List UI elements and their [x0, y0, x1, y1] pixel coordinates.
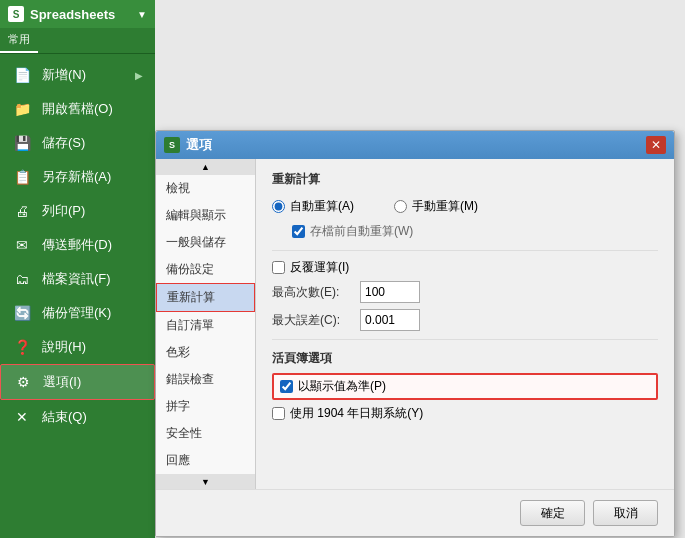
sidebar-item-saveas[interactable]: 📋 另存新檔(A): [0, 160, 155, 194]
sidebar-item-options[interactable]: ⚙ 選項(I): [0, 364, 155, 400]
save-auto-recalc-label: 存檔前自動重算(W): [310, 223, 413, 240]
sidebar-item-save[interactable]: 💾 儲存(S): [0, 126, 155, 160]
help-icon: ❓: [12, 337, 32, 357]
options-icon: ⚙: [13, 372, 33, 392]
dialog-title: 選項: [186, 136, 212, 154]
sidebar-item-open[interactable]: 📁 開啟舊檔(O): [0, 92, 155, 126]
sidebar-item-help[interactable]: ❓ 說明(H): [0, 330, 155, 364]
scroll-up-button[interactable]: ▲: [156, 159, 255, 175]
sidebar-item-label: 傳送郵件(D): [42, 236, 112, 254]
category-panel: ▲ 檢視 編輯與顯示 一般與儲存 備份設定 重新計算 自訂清單 色彩 錯誤檢查 …: [156, 159, 256, 489]
dropdown-arrow-icon[interactable]: ▼: [137, 9, 147, 20]
sidebar-item-label: 新增(N): [42, 66, 86, 84]
category-item-view[interactable]: 檢視: [156, 175, 255, 202]
divider-2: [272, 339, 658, 340]
sidebar-item-backup[interactable]: 🔄 備份管理(K): [0, 296, 155, 330]
fileinfo-icon: 🗂: [12, 269, 32, 289]
sidebar: S Spreadsheets ▼ 常用 📄 新增(N) ▶ 📁 開啟舊檔(O) …: [0, 0, 155, 538]
category-item-backup[interactable]: 備份設定: [156, 256, 255, 283]
sidebar-header: S Spreadsheets ▼: [0, 0, 155, 28]
max-iter-label: 最高次數(E):: [272, 284, 352, 301]
max-iter-input[interactable]: [360, 281, 420, 303]
date-1904-checkbox[interactable]: [272, 407, 285, 420]
sidebar-item-print[interactable]: 🖨 列印(P): [0, 194, 155, 228]
iter-checkbox[interactable]: [272, 261, 285, 274]
category-item-security[interactable]: 安全性: [156, 420, 255, 447]
scroll-down-button[interactable]: ▼: [156, 474, 255, 489]
category-item-color[interactable]: 色彩: [156, 339, 255, 366]
sidebar-item-send[interactable]: ✉ 傳送郵件(D): [0, 228, 155, 262]
sidebar-item-label: 檔案資訊(F): [42, 270, 111, 288]
save-icon: 💾: [12, 133, 32, 153]
open-icon: 📁: [12, 99, 32, 119]
auto-recalc-option[interactable]: 自動重算(A): [272, 198, 354, 215]
sidebar-item-label: 備份管理(K): [42, 304, 111, 322]
max-error-label: 最大誤差(C):: [272, 312, 352, 329]
save-auto-recalc-row[interactable]: 存檔前自動重算(W): [292, 223, 658, 240]
new-icon: 📄: [12, 65, 32, 85]
category-item-general[interactable]: 一般與儲存: [156, 229, 255, 256]
sidebar-items: 📄 新增(N) ▶ 📁 開啟舊檔(O) 💾 儲存(S) 📋 另存新檔(A) 🖨 …: [0, 54, 155, 538]
dialog-close-button[interactable]: ✕: [646, 136, 666, 154]
iter-label: 反覆運算(I): [290, 259, 349, 276]
sidebar-item-label: 儲存(S): [42, 134, 85, 152]
category-list: 檢視 編輯與顯示 一般與儲存 備份設定 重新計算 自訂清單 色彩 錯誤檢查 拼字…: [156, 175, 255, 474]
app-icon: S: [8, 6, 24, 22]
category-item-revert[interactable]: 回應: [156, 447, 255, 474]
app-title: Spreadsheets: [30, 7, 115, 22]
dialog-body: ▲ 檢視 編輯與顯示 一般與儲存 備份設定 重新計算 自訂清單 色彩 錯誤檢查 …: [156, 159, 674, 489]
sidebar-item-fileinfo[interactable]: 🗂 檔案資訊(F): [0, 262, 155, 296]
sidebar-item-label: 開啟舊檔(O): [42, 100, 113, 118]
max-iter-row: 最高次數(E):: [272, 281, 658, 303]
divider-1: [272, 250, 658, 251]
sidebar-item-label: 列印(P): [42, 202, 85, 220]
sidebar-item-exit[interactable]: ✕ 結束(Q): [0, 400, 155, 434]
manual-recalc-radio[interactable]: [394, 200, 407, 213]
options-dialog: S 選項 ✕ ▲ 檢視 編輯與顯示 一般與儲存 備份設定 重新計算 自訂清單 色…: [155, 130, 675, 537]
iter-checkbox-row[interactable]: 反覆運算(I): [272, 259, 658, 276]
ok-button[interactable]: 確定: [520, 500, 585, 526]
category-item-spell[interactable]: 拼字: [156, 393, 255, 420]
dialog-title-icon: S: [164, 137, 180, 153]
dialog-footer: 確定 取消: [156, 489, 674, 536]
category-item-calc[interactable]: 重新計算: [156, 283, 255, 312]
category-item-custom[interactable]: 自訂清單: [156, 312, 255, 339]
saveas-icon: 📋: [12, 167, 32, 187]
sidebar-item-label: 選項(I): [43, 373, 81, 391]
manual-recalc-label: 手動重算(M): [412, 198, 478, 215]
sidebar-item-label: 說明(H): [42, 338, 86, 356]
send-icon: ✉: [12, 235, 32, 255]
settings-panel: 重新計算 自動重算(A) 手動重算(M) 存檔前自動重算(W) 反覆運算(I): [256, 159, 674, 489]
date-1904-label: 使用 1904 年日期系統(Y): [290, 405, 423, 422]
display-value-checkbox[interactable]: [280, 380, 293, 393]
auto-recalc-radio[interactable]: [272, 200, 285, 213]
sidebar-tabs: 常用: [0, 28, 155, 54]
date-1904-row[interactable]: 使用 1904 年日期系統(Y): [272, 405, 658, 422]
max-error-row: 最大誤差(C):: [272, 309, 658, 331]
cancel-button[interactable]: 取消: [593, 500, 658, 526]
arrow-icon: ▶: [135, 70, 143, 81]
tab-common[interactable]: 常用: [0, 28, 38, 53]
display-value-row[interactable]: 以顯示值為準(P): [272, 373, 658, 400]
sidebar-item-label: 另存新檔(A): [42, 168, 111, 186]
sidebar-item-label: 結束(Q): [42, 408, 87, 426]
backup-icon: 🔄: [12, 303, 32, 323]
display-value-label: 以顯示值為準(P): [298, 378, 386, 395]
category-item-error[interactable]: 錯誤檢查: [156, 366, 255, 393]
sheet-section-title: 活頁簿選項: [272, 350, 658, 367]
print-icon: 🖨: [12, 201, 32, 221]
sidebar-item-new[interactable]: 📄 新增(N) ▶: [0, 58, 155, 92]
auto-recalc-label: 自動重算(A): [290, 198, 354, 215]
manual-recalc-option[interactable]: 手動重算(M): [394, 198, 478, 215]
category-item-edit[interactable]: 編輯與顯示: [156, 202, 255, 229]
max-error-input[interactable]: [360, 309, 420, 331]
recalc-radio-group: 自動重算(A) 手動重算(M): [272, 198, 658, 215]
exit-icon: ✕: [12, 407, 32, 427]
save-auto-recalc-checkbox[interactable]: [292, 225, 305, 238]
recalc-section-title: 重新計算: [272, 171, 658, 188]
dialog-titlebar: S 選項 ✕: [156, 131, 674, 159]
